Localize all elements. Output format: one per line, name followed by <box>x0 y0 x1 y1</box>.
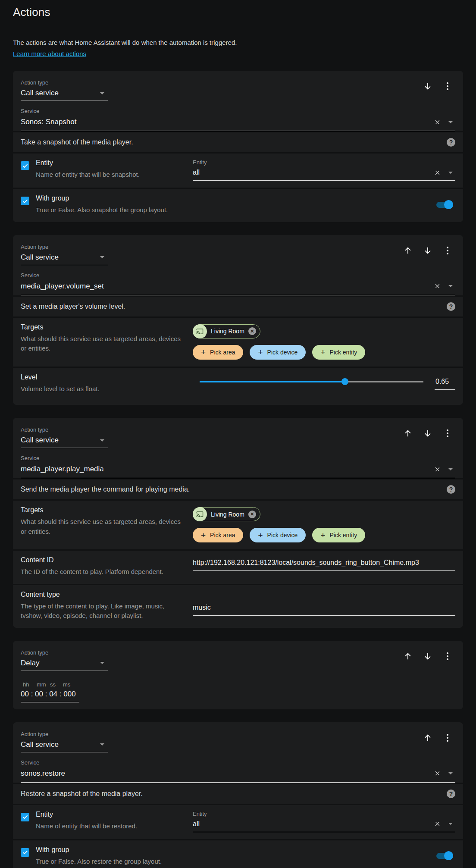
service-input[interactable]: Sonos: Snapshot <box>21 114 455 131</box>
move-down-button[interactable] <box>423 245 433 256</box>
action-type-select[interactable]: Action type Call service <box>21 426 108 448</box>
move-up-button[interactable] <box>403 428 413 439</box>
action-type-select[interactable]: Action type Call service <box>21 244 108 265</box>
overflow-menu-button[interactable] <box>442 428 453 439</box>
slider-thumb[interactable] <box>341 378 348 385</box>
plus-icon: + <box>201 531 206 539</box>
entity-checkbox[interactable] <box>21 161 29 170</box>
param-title: Content ID <box>21 556 188 564</box>
pick-entity-label: Pick entity <box>330 532 357 539</box>
action-type-select[interactable]: Action type Call service <box>21 79 108 101</box>
action-type-value: Call service <box>21 436 59 445</box>
param-subtitle: Volume level to set as float. <box>21 384 188 394</box>
overflow-menu-button[interactable] <box>442 733 453 743</box>
plus-icon: + <box>201 348 206 356</box>
with-group-toggle[interactable] <box>436 202 455 208</box>
entity-field-value: all <box>193 820 426 828</box>
check-icon <box>22 163 28 169</box>
pick-area-button[interactable]: + Pick area <box>193 345 243 360</box>
param-subtitle: The type of the content to play. Like im… <box>21 602 188 621</box>
level-value-input[interactable]: 0.65 <box>435 378 455 390</box>
unit-ms: ms <box>63 681 76 688</box>
chevron-down-icon[interactable] <box>448 285 453 287</box>
target-area-chip[interactable]: Living Room ✕ <box>193 507 260 521</box>
arrow-up-icon <box>403 246 413 255</box>
pick-area-button[interactable]: + Pick area <box>193 528 243 542</box>
help-icon[interactable]: ? <box>447 302 455 311</box>
cast-icon <box>193 324 207 338</box>
clear-icon[interactable] <box>434 770 441 777</box>
arrow-up-icon <box>403 652 413 661</box>
action-card-sonos-snapshot: Action type Call service Service <box>13 71 463 222</box>
duration-input[interactable]: hh mm ss ms 00 : 00 : 04 : 000 <box>21 681 85 702</box>
arrow-down-icon <box>423 246 432 255</box>
page-title: Actions <box>13 0 463 19</box>
move-up-button[interactable] <box>403 651 413 661</box>
with-group-param-row: With group True or False. Also restore t… <box>13 840 463 868</box>
content-id-row: Content ID The ID of the content to play… <box>13 551 463 584</box>
toggle-on-icon <box>436 202 452 208</box>
unit-hh: hh <box>23 681 37 688</box>
kebab-icon <box>447 734 448 742</box>
pick-device-button[interactable]: + Pick device <box>250 528 306 542</box>
entity-field[interactable]: Entity all <box>193 159 455 181</box>
remove-target-icon[interactable]: ✕ <box>248 511 256 518</box>
entity-field[interactable]: Entity all <box>193 811 455 832</box>
action-type-label: Action type <box>21 79 108 86</box>
level-slider[interactable] <box>200 381 423 382</box>
plus-icon: + <box>258 348 263 356</box>
arrow-up-icon <box>423 733 432 743</box>
chevron-down-icon[interactable] <box>448 172 453 174</box>
chevron-down-icon[interactable] <box>448 823 453 825</box>
chevron-down-icon[interactable] <box>448 468 453 470</box>
action-type-select[interactable]: Action type Delay <box>21 649 108 671</box>
move-up-button[interactable] <box>423 733 433 743</box>
with-group-checkbox[interactable] <box>21 197 29 205</box>
chevron-down-icon[interactable] <box>448 121 453 123</box>
help-icon[interactable]: ? <box>447 485 455 494</box>
actions-page: Actions The actions are what Home Assist… <box>0 0 476 868</box>
pick-entity-button[interactable]: + Pick entity <box>312 528 365 542</box>
action-card-volume-set: Action type Call service <box>13 235 463 405</box>
action-type-label: Action type <box>21 426 108 433</box>
service-description: Restore a snapshot of the media player. <box>21 790 143 798</box>
content-type-input[interactable]: music <box>193 591 455 616</box>
move-down-button[interactable] <box>423 81 433 91</box>
clear-icon[interactable] <box>434 821 441 827</box>
content-id-input[interactable]: http://192.168.20.121:8123/local/sounds_… <box>193 556 455 571</box>
help-icon[interactable]: ? <box>447 790 455 798</box>
card-header-panel: Action type Call service <box>13 418 463 478</box>
chevron-down-icon <box>100 743 104 746</box>
move-down-button[interactable] <box>423 428 433 439</box>
pick-device-button[interactable]: + Pick device <box>250 345 306 360</box>
clear-icon[interactable] <box>434 169 441 176</box>
param-title: Targets <box>21 323 188 331</box>
move-down-button[interactable] <box>423 651 433 661</box>
clear-icon[interactable] <box>434 283 441 289</box>
param-title: Entity <box>36 159 188 167</box>
move-up-button[interactable] <box>403 245 413 256</box>
overflow-menu-button[interactable] <box>442 651 453 661</box>
clear-icon[interactable] <box>434 119 441 125</box>
arrow-down-icon <box>423 652 432 661</box>
overflow-menu-button[interactable] <box>442 81 453 91</box>
action-type-select[interactable]: Action type Call service <box>21 731 108 752</box>
pick-entity-button[interactable]: + Pick entity <box>312 345 365 360</box>
clear-icon[interactable] <box>434 466 441 473</box>
help-icon[interactable]: ? <box>447 138 455 147</box>
with-group-checkbox[interactable] <box>21 848 29 857</box>
entity-checkbox[interactable] <box>21 813 29 821</box>
learn-more-link[interactable]: Learn more about actions <box>13 50 86 57</box>
chevron-down-icon[interactable] <box>448 772 453 774</box>
service-input[interactable]: media_player.play_media <box>21 461 455 478</box>
overflow-menu-button[interactable] <box>442 245 453 256</box>
entity-field-label: Entity <box>193 159 455 166</box>
service-description: Send the media player the command for pl… <box>21 486 190 493</box>
remove-target-icon[interactable]: ✕ <box>248 327 256 335</box>
service-input[interactable]: sonos.restore <box>21 766 455 783</box>
with-group-toggle[interactable] <box>436 853 455 859</box>
service-input[interactable]: media_player.volume_set <box>21 279 455 295</box>
check-icon <box>22 198 28 204</box>
duration-value[interactable]: 00 : 00 : 04 : 000 <box>21 688 79 702</box>
target-area-chip[interactable]: Living Room ✕ <box>193 324 260 338</box>
